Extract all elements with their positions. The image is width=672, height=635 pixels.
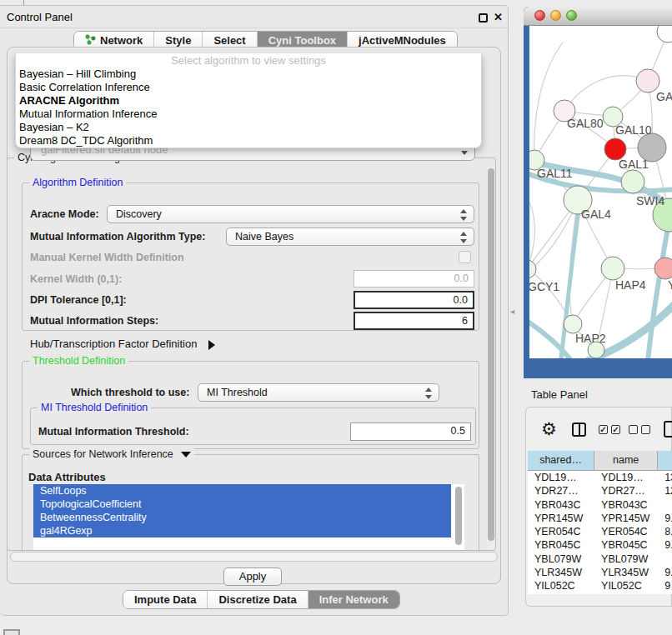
attribute-item-gal4rgexp[interactable]: gal4RGexp bbox=[33, 524, 451, 538]
node-table[interactable]: shared…name YDL19…YDL19…13YDR27…YDR27…12… bbox=[528, 451, 672, 594]
network-node[interactable] bbox=[636, 69, 659, 92]
mi-threshold-definition-legend: MI Threshold Definition bbox=[38, 402, 151, 413]
mi-type-label: Mutual Information Algorithm Type: bbox=[30, 231, 205, 242]
kernel-width-input[interactable]: 0.0 bbox=[354, 270, 474, 288]
attribute-item-topologicalcoefficient[interactable]: TopologicalCoefficient bbox=[33, 498, 451, 511]
bottom-left-partial-button[interactable] bbox=[3, 629, 20, 635]
table-row[interactable]: YBL079WYBL079W bbox=[528, 552, 672, 566]
table-cell: 9. bbox=[658, 566, 672, 579]
column-header-name[interactable]: name bbox=[594, 451, 658, 470]
sources-legend[interactable]: Sources for Network Inference bbox=[29, 448, 194, 460]
which-threshold-combo[interactable]: MI Threshold bbox=[198, 383, 439, 402]
dropdown-item-mutual-information-inference[interactable]: Mutual Information Inference bbox=[16, 108, 481, 121]
kernel-width-label: Kernel Width (0,1): bbox=[30, 273, 122, 285]
dropdown-item-bayesian-hill-climbing[interactable]: Bayesian – Hill Climbing bbox=[16, 68, 481, 81]
table-row[interactable]: YPR145WYPR145W9. bbox=[528, 512, 672, 525]
combo-stepper-icon bbox=[460, 209, 467, 221]
tab-discretize-data[interactable]: Discretize Data bbox=[208, 591, 308, 608]
manual-kernel-label: Manual Kernel Width Definition bbox=[30, 252, 184, 263]
select-all-icon[interactable]: ✓ bbox=[599, 425, 608, 434]
network-edge[interactable] bbox=[564, 76, 648, 111]
combo-stepper-icon bbox=[460, 232, 467, 243]
tab-impute-data[interactable]: Impute Data bbox=[123, 591, 208, 608]
dropdown-item-aracne-algorithm[interactable]: ARACNE Algorithm bbox=[16, 94, 481, 108]
attribute-item-selfloops[interactable]: SelfLoops bbox=[33, 484, 451, 498]
network-node[interactable] bbox=[601, 257, 624, 280]
minimize-window-icon[interactable] bbox=[550, 10, 561, 21]
tab-label: Cyni Toolbox bbox=[268, 34, 336, 47]
attributes-scrollbar-thumb[interactable] bbox=[455, 487, 462, 545]
table-header-row: shared…name bbox=[528, 451, 672, 471]
control-panel-window: Control Panel ✕ NetworkStyleSelectCyni T… bbox=[0, 5, 509, 616]
attribute-item-betweennesscentrality[interactable]: BetweennessCentrality bbox=[33, 511, 451, 524]
dropdown-item-basic-correlation-inference[interactable]: Basic Correlation Inference bbox=[16, 81, 481, 94]
gear-icon[interactable]: ⚙ bbox=[541, 419, 557, 439]
table-row[interactable]: YER054CYER054C8. bbox=[528, 525, 672, 538]
float-panel-icon[interactable] bbox=[479, 13, 488, 22]
deselect-all-icon[interactable] bbox=[629, 425, 638, 434]
node-label-y: Y bbox=[668, 278, 672, 292]
algorithm-dropdown-list: Select algorithm to view settings Bayesi… bbox=[15, 53, 482, 148]
tab-label: Impute Data bbox=[134, 593, 196, 606]
table-panel: ⚙ ✓ ✓ shared…name YDL19…YDL19…13YDR27…YD… bbox=[525, 407, 672, 607]
network-icon bbox=[85, 34, 96, 48]
dropdown-item-bayesian-k2[interactable]: Bayesian – K2 bbox=[16, 121, 481, 134]
table-cell: 9. bbox=[658, 512, 672, 525]
hub-definition-toggle[interactable]: Hub/Transcription Factor Definition bbox=[30, 338, 215, 350]
network-view-window[interactable]: GALGAL80GAL10GAL1GAL11GAL4SWI4GCY1HAP4YH… bbox=[524, 7, 672, 378]
column-header-2[interactable] bbox=[658, 451, 672, 470]
table-row[interactable]: YDR27…YDR27…12 bbox=[528, 484, 672, 498]
table-row[interactable]: YBR045CYBR045C9. bbox=[528, 538, 672, 552]
algorithm-dropdown-placeholder: Select algorithm to view settings bbox=[16, 53, 481, 68]
table-row[interactable]: YIL052CYIL052C9 bbox=[528, 579, 672, 592]
network-node[interactable] bbox=[654, 258, 672, 279]
column-layout-icon[interactable] bbox=[572, 422, 586, 437]
close-panel-icon[interactable]: ✕ bbox=[494, 11, 503, 23]
split-pane-collapse-icon[interactable]: ◂ bbox=[510, 307, 514, 316]
zoom-window-icon[interactable] bbox=[566, 10, 577, 21]
network-canvas[interactable]: GALGAL80GAL10GAL1GAL11GAL4SWI4GCY1HAP4YH… bbox=[529, 26, 672, 358]
desktop: Control Panel ✕ NetworkStyleSelectCyni T… bbox=[0, 0, 672, 635]
network-edge-strong[interactable] bbox=[648, 219, 669, 358]
network-graph: GALGAL80GAL10GAL1GAL11GAL4SWI4GCY1HAP4YH… bbox=[529, 26, 672, 358]
table-cell: 12 bbox=[658, 484, 672, 498]
data-attributes-list[interactable]: SelfLoopsTopologicalCoefficientBetweenne… bbox=[33, 484, 464, 550]
cyni-mode-tabbar: Impute DataDiscretize DataInfer Network bbox=[123, 590, 400, 609]
which-threshold-label: Which threshold to use: bbox=[71, 387, 189, 398]
tab-label: Style bbox=[165, 34, 191, 47]
network-window-titlebar[interactable] bbox=[524, 7, 672, 26]
table-cell: YBL079W bbox=[594, 552, 658, 566]
network-node[interactable] bbox=[564, 315, 582, 333]
table-cell: YBR045C bbox=[528, 538, 594, 552]
apply-button[interactable]: Apply bbox=[223, 568, 282, 586]
table-cell: YER054C bbox=[528, 525, 594, 538]
table-row[interactable]: YBR043CYBR043C bbox=[528, 498, 672, 512]
network-node[interactable] bbox=[657, 26, 672, 42]
table-row[interactable]: YDL19…YDL19…13 bbox=[528, 471, 672, 484]
mi-threshold-input[interactable]: 0.5 bbox=[350, 422, 471, 441]
aracne-mode-combo[interactable]: Discovery bbox=[107, 205, 474, 223]
column-header-shared[interactable]: shared… bbox=[528, 451, 594, 470]
manual-kernel-checkbox[interactable] bbox=[459, 251, 471, 263]
node-label-gal10: GAL10 bbox=[615, 123, 652, 137]
select-all-icon2[interactable]: ✓ bbox=[611, 425, 620, 434]
table-cell: 9 bbox=[658, 579, 672, 592]
table-cell: YLR345W bbox=[594, 566, 658, 579]
settings-scrollbar-thumb[interactable] bbox=[488, 168, 494, 541]
network-edge[interactable] bbox=[534, 42, 563, 160]
new-table-icon[interactable] bbox=[664, 421, 672, 438]
tab-infer-network[interactable]: Infer Network bbox=[308, 591, 399, 608]
dpi-tolerance-input[interactable]: 0.0 bbox=[354, 291, 474, 309]
node-label-swi4: SWI4 bbox=[636, 194, 664, 208]
deselect-all-icon2[interactable] bbox=[641, 425, 650, 434]
mi-type-combo[interactable]: Naive Bayes bbox=[226, 228, 474, 246]
settings-scrollbar[interactable] bbox=[487, 166, 495, 550]
dropdown-item-dream8-dc-tdc-algorithm[interactable]: Dream8 DC_TDC Algorithm bbox=[16, 134, 481, 148]
network-node[interactable] bbox=[529, 260, 536, 278]
node-label-gal: GAL bbox=[656, 90, 672, 103]
close-window-icon[interactable] bbox=[534, 10, 545, 21]
mi-steps-input[interactable]: 6 bbox=[354, 312, 474, 330]
table-cell: YBR043C bbox=[594, 498, 658, 512]
table-row[interactable]: YLR345WYLR345W9. bbox=[528, 566, 672, 579]
network-node[interactable] bbox=[621, 170, 644, 193]
